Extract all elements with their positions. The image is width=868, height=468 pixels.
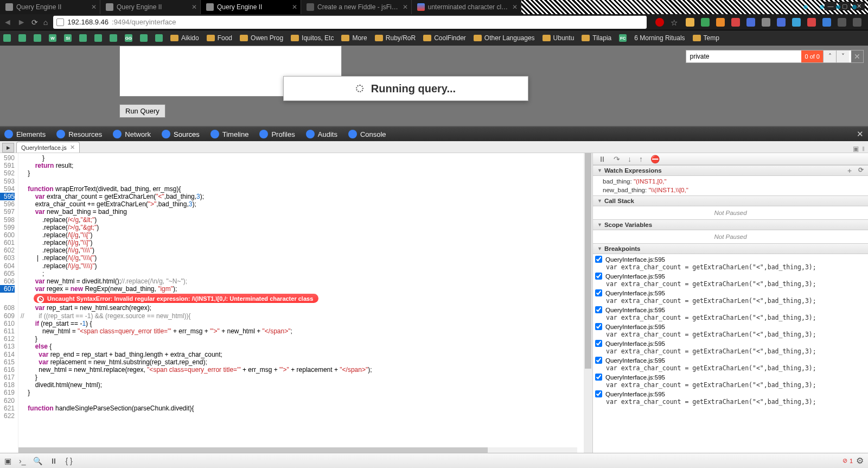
breakpoint-entry[interactable]: QueryInterface.js:595	[593, 289, 868, 297]
line-number[interactable]: 609	[0, 312, 15, 320]
line-number[interactable]: 613	[0, 343, 15, 350]
bookmark-item[interactable]	[3, 34, 11, 42]
browser-tab[interactable]: Query Engine II✕	[201, 0, 301, 14]
line-number[interactable]: 605	[0, 270, 15, 277]
code-line[interactable]	[18, 412, 584, 420]
line-number[interactable]: 595	[0, 193, 15, 200]
bookmark-item[interactable]: More	[341, 34, 367, 42]
forward-button[interactable]: ►	[17, 17, 26, 27]
line-number[interactable]: 590	[0, 154, 15, 162]
devtools-close-button[interactable]: ✕	[857, 129, 864, 139]
bookmark-item[interactable]: CoolFinder	[423, 34, 466, 42]
code-line[interactable]: // if ((rep_start == -1) && (regex.sourc…	[18, 312, 584, 320]
watch-expression[interactable]: bad_thing: "(INST1,[0,"	[593, 177, 868, 186]
console-toggle-icon[interactable]: ▣	[4, 457, 11, 465]
breakpoint-checkbox[interactable]	[595, 374, 602, 381]
bookmark-item[interactable]	[155, 34, 163, 42]
code-line[interactable]	[18, 397, 584, 404]
code-line[interactable]: .replace(/</g,"&lt;")	[18, 216, 584, 224]
step-into-button[interactable]: ↓	[628, 155, 631, 163]
line-number[interactable]: 607	[0, 285, 15, 293]
code-line[interactable]: var extra_char_count = getExtraCharLen("…	[18, 193, 584, 200]
code-line[interactable]: else {	[18, 343, 584, 350]
line-number[interactable]: 601	[0, 239, 15, 246]
code-line[interactable]: var rep_end = rep_start + bad_thing.leng…	[18, 351, 584, 358]
ext-icon[interactable]	[701, 18, 710, 27]
breakpoint-checkbox[interactable]	[595, 340, 602, 347]
ext-icon[interactable]	[746, 18, 755, 27]
line-number[interactable]: 622	[0, 412, 15, 420]
line-number[interactable]: 594	[0, 185, 15, 193]
line-number[interactable]: 618	[0, 381, 15, 389]
source-editor[interactable]: 5905915925935945955965975985996006016026…	[0, 153, 584, 453]
window-close[interactable]: ✕	[853, 2, 865, 10]
code-line[interactable]: var regex = new RegExp(new_bad_thing, "i…	[18, 285, 584, 293]
breakpoint-entry[interactable]: QueryInterface.js:595	[593, 373, 868, 381]
line-number[interactable]: 591	[0, 162, 15, 169]
bookmark-item[interactable]: Food	[207, 34, 232, 42]
code-line[interactable]: }	[18, 389, 584, 396]
ext-icon[interactable]	[807, 18, 816, 27]
line-number[interactable]: 599	[0, 224, 15, 231]
pause-button[interactable]: ⏸	[598, 155, 606, 163]
step-over-button[interactable]: ↷	[614, 155, 620, 163]
watch-expression[interactable]: new_bad_thing: "\\(INST1,\\[0,"	[593, 186, 868, 194]
step-out-button[interactable]: ↑	[639, 155, 643, 163]
line-number[interactable]: 592	[0, 169, 15, 177]
line-number[interactable]: 604	[0, 262, 15, 270]
ext-icon[interactable]	[838, 18, 846, 27]
ext-icon[interactable]	[822, 18, 831, 27]
watch-expressions-header[interactable]: ▼ Watch Expressions ＋⟳	[593, 165, 868, 176]
ext-icon[interactable]	[731, 18, 740, 27]
adblock-icon[interactable]	[655, 18, 664, 27]
breakpoint-entry[interactable]: QueryInterface.js:595	[593, 322, 868, 331]
code-line[interactable]: if (rep_start == -1) {	[18, 320, 584, 327]
code-line[interactable]: .replace(/\[/g,"\\[")	[18, 231, 584, 239]
code-line[interactable]: function wrapErrorText(divedit, bad_thin…	[18, 185, 584, 193]
code-line[interactable]: }	[18, 335, 584, 343]
browser-tab[interactable]: Query Engine II✕	[100, 0, 201, 14]
breakpoint-checkbox[interactable]	[595, 273, 602, 280]
line-number[interactable]: 602	[0, 246, 15, 254]
line-number[interactable]: 616	[0, 366, 15, 374]
bookmark-item[interactable]: 6 Morning Rituals	[634, 34, 685, 42]
bookmark-item[interactable]: Owen Prog	[240, 34, 283, 42]
code-line[interactable]: new_html = "<span class=query_error titl…	[18, 327, 584, 335]
ext-icon[interactable]	[792, 18, 801, 27]
code-line[interactable]: new_html = new_html.replace(regex, "<spa…	[18, 366, 584, 374]
bookmark-item[interactable]	[140, 34, 148, 42]
sources-navigator-toggle[interactable]: ▶	[2, 143, 14, 153]
console-prompt-icon[interactable]: ›_	[19, 457, 25, 465]
ext-icon[interactable]	[686, 18, 694, 27]
bookmark-item[interactable]: Ruby/RoR	[375, 34, 416, 42]
breakpoint-entry[interactable]: QueryInterface.js:595	[593, 272, 868, 280]
breakpoint-entry[interactable]: QueryInterface.js:595	[593, 356, 868, 364]
devtools-tab-network[interactable]: Network	[113, 130, 151, 138]
line-number[interactable]: 600	[0, 231, 15, 239]
line-number[interactable]: 596	[0, 200, 15, 208]
devtools-tab-console[interactable]: Console	[348, 130, 386, 138]
pause-exceptions-icon[interactable]: ⏸	[50, 457, 58, 465]
code-line[interactable]: var new_bad_thing = bad_thing	[18, 208, 584, 216]
code-area[interactable]: } return result; } function wrapErrorTex…	[18, 153, 584, 453]
breakpoint-checkbox[interactable]	[595, 323, 602, 330]
address-bar[interactable]: 192.168.9.46:9494/queryinterface	[53, 16, 647, 29]
breakpoint-checkbox[interactable]	[595, 390, 602, 397]
call-stack-header[interactable]: ▼ Call Stack	[593, 195, 868, 206]
tab-close-icon[interactable]: ✕	[292, 3, 297, 11]
vertical-scrollbar[interactable]	[584, 153, 592, 453]
code-line[interactable]: | .replace(/\(/g,"\\\\(")	[18, 254, 584, 262]
code-line[interactable]	[18, 178, 584, 185]
window-minimize[interactable]: —	[825, 2, 837, 10]
bookmark-item[interactable]	[94, 34, 102, 42]
breakpoint-checkbox[interactable]	[595, 289, 602, 296]
bookmark-item[interactable]: Temp	[693, 34, 719, 42]
line-number[interactable]: 593	[0, 178, 15, 185]
devtools-tab-sources[interactable]: Sources	[162, 130, 200, 138]
code-line[interactable]: .replace(/\\/g,"\\\\")	[18, 246, 584, 254]
bookmark-star-icon[interactable]: ☆	[671, 18, 679, 27]
ext-icon[interactable]	[716, 18, 725, 27]
scope-variables-header[interactable]: ▼ Scope Variables	[593, 219, 868, 230]
bookmark-item[interactable]: SI	[64, 34, 72, 42]
code-line[interactable]: var replacement = new_html.substring(rep…	[18, 358, 584, 366]
